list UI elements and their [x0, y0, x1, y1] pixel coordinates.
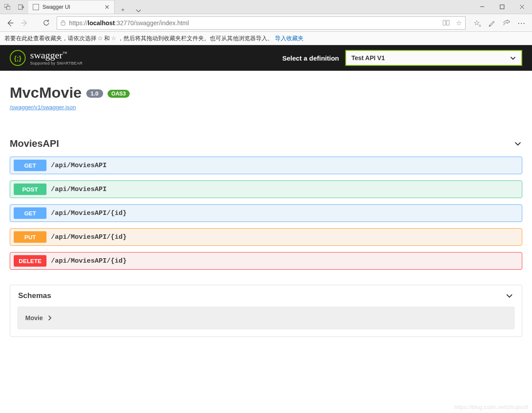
http-method-badge: GET [14, 160, 46, 171]
new-tab-button[interactable]: ＋ [115, 6, 131, 14]
operation-row[interactable]: PUT/api/MoviesAPI/{id} [10, 228, 522, 246]
tab-close-icon[interactable]: ✕ [104, 4, 110, 11]
browser-tab[interactable]: Swagger UI ✕ [28, 0, 115, 14]
definition-select[interactable]: Test API V1 [345, 50, 522, 66]
address-bar: https://localhost:32770/swagger/index.ht… [0, 14, 532, 32]
url-text: https://localhost:32770/swagger/index.ht… [69, 19, 436, 27]
back-button[interactable] [3, 16, 17, 30]
tab-favicon [33, 4, 39, 10]
tab-title: Swagger UI [42, 4, 101, 10]
close-button[interactable] [512, 0, 532, 14]
swagger-brand: swagger™ [30, 50, 83, 60]
bookmarks-hint-text-2: 和 [104, 34, 110, 42]
swagger-json-link[interactable]: /swagger/v1/swagger.json [10, 104, 76, 111]
maximize-button[interactable] [492, 0, 512, 14]
http-method-badge: PUT [14, 231, 46, 243]
tag-header[interactable]: MoviesAPI [10, 138, 522, 152]
bookmarks-hint-text-3: ，然后将其拖动到收藏夹栏文件夹。也可从其他浏览器导入。 [118, 34, 273, 42]
chevron-down-icon [505, 291, 514, 300]
operation-row[interactable]: GET/api/MoviesAPI [10, 157, 522, 174]
operation-row[interactable]: DELETE/api/MoviesAPI/{id} [10, 252, 522, 270]
api-version-badge: 1.0 [86, 89, 103, 98]
http-method-badge: POST [14, 184, 46, 195]
api-oas-badge: OAS3 [108, 90, 130, 98]
tag-name: MoviesAPI [10, 138, 59, 149]
tab-overflow-icon[interactable] [131, 8, 146, 14]
share-icon[interactable] [499, 16, 514, 30]
schema-name: Movie [25, 314, 43, 321]
chevron-down-icon [510, 55, 516, 61]
notes-icon[interactable] [484, 16, 499, 30]
bookmarks-hint-text-1: 若要在此处查看收藏夹，请依次选择 [4, 34, 96, 42]
swagger-topbar: {;} swagger™ Supported by SMARTBEAR Sele… [0, 45, 532, 71]
svg-line-8 [490, 25, 490, 26]
favorite-star-icon[interactable]: ☆ [456, 19, 462, 27]
operation-path: /api/MoviesAPI/{id} [51, 233, 127, 241]
window-titlebar: Swagger UI ✕ ＋ [0, 0, 532, 14]
svg-rect-7 [61, 22, 65, 25]
operations-list: GET/api/MoviesAPIPOST/api/MoviesAPIGET/a… [10, 157, 522, 270]
chevron-right-icon [47, 315, 53, 321]
minimize-button[interactable] [472, 0, 492, 14]
operation-path: /api/MoviesAPI/{id} [51, 210, 127, 217]
definition-value: Test API V1 [351, 54, 385, 61]
star-hint-icon-1: ✩ [98, 35, 103, 42]
schemas-header[interactable]: Schemas [10, 285, 522, 306]
svg-rect-1 [7, 6, 10, 10]
swagger-supported-by: Supported by SMARTBEAR [30, 61, 83, 65]
api-title: MvcMovie [10, 84, 82, 101]
reading-view-icon[interactable] [443, 20, 450, 26]
tab-actions-icon[interactable] [0, 0, 14, 14]
set-aside-tabs-icon[interactable] [14, 0, 28, 14]
swagger-page: MvcMovie 1.0 OAS3 /swagger/v1/swagger.js… [0, 71, 532, 337]
operation-path: /api/MoviesAPI/{id} [51, 257, 127, 265]
chevron-down-icon [513, 139, 522, 148]
window-controls [472, 0, 532, 14]
schemas-title: Schemas [18, 291, 51, 300]
operation-row[interactable]: GET/api/MoviesAPI/{id} [10, 204, 522, 222]
svg-rect-4 [500, 5, 504, 9]
schema-item[interactable]: Movie [17, 306, 515, 329]
http-method-badge: DELETE [14, 255, 46, 267]
bookmarks-hint-bar: 若要在此处查看收藏夹，请依次选择 ✩ 和 ☆ ，然后将其拖动到收藏夹栏文件夹。也… [0, 32, 532, 45]
http-method-badge: GET [14, 207, 46, 219]
url-field[interactable]: https://localhost:32770/swagger/index.ht… [57, 16, 466, 30]
more-icon[interactable]: ⋯ [514, 16, 529, 30]
swagger-logo-icon: {;} [10, 50, 26, 66]
import-bookmarks-link[interactable]: 导入收藏夹 [275, 34, 304, 42]
forward-button[interactable] [18, 16, 32, 30]
schemas-section: Schemas Movie [10, 285, 522, 337]
operation-path: /api/MoviesAPI [51, 186, 107, 193]
operation-row[interactable]: POST/api/MoviesAPI [10, 180, 522, 198]
lock-icon [61, 20, 66, 26]
favorites-list-icon[interactable]: ☆≡ [469, 16, 484, 30]
refresh-button[interactable] [39, 16, 53, 30]
star-hint-icon-2: ☆ [111, 35, 116, 42]
operation-path: /api/MoviesAPI [51, 162, 107, 169]
select-definition-label: Select a definition [282, 54, 339, 62]
watermark-text: https://blog.csdn.net/zhujisoft [454, 404, 528, 410]
